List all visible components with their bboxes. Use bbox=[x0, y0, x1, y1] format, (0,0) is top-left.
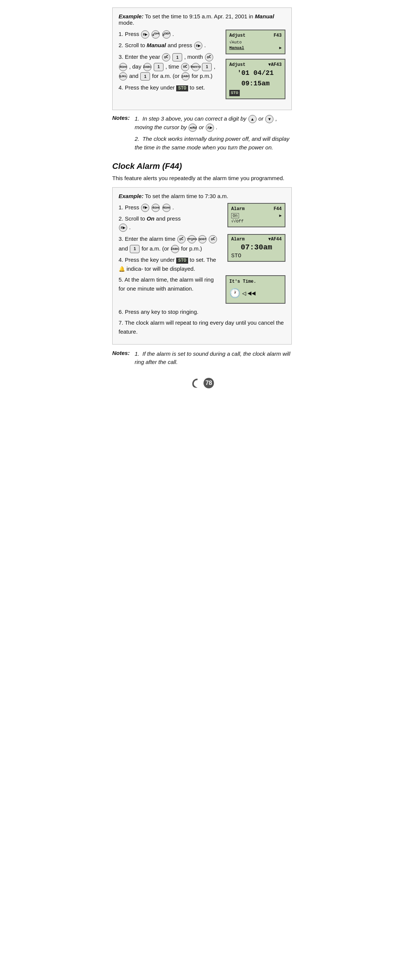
step3-text: 3. Enter the year bbox=[119, 54, 162, 60]
lcd1-row2: Manual ▶ bbox=[229, 45, 282, 51]
lcd2-sto: STO bbox=[229, 89, 282, 96]
alarm-btn-4ghi-2: 4GHI bbox=[162, 204, 171, 212]
play-icons: ◁ bbox=[242, 289, 246, 299]
alarm-lcd2-wrapper: Alarm ▼AF44 07:30am STO bbox=[224, 234, 285, 264]
lcd2-header-right: ▼AF43 bbox=[268, 62, 282, 68]
alarm-lcd1-row1: On ▶ bbox=[231, 213, 282, 219]
step3-comma1: , month bbox=[184, 54, 204, 60]
step1-num: 1. Press bbox=[119, 31, 141, 37]
btn-down: ▼ bbox=[265, 115, 273, 123]
note1-item2: 2. The clock works internally during pow… bbox=[135, 135, 292, 152]
alarm-lcd1-arrow: ▶ bbox=[279, 213, 282, 219]
alarm-step2-dot: . bbox=[129, 224, 131, 230]
alarm-btn-1: 1 bbox=[130, 245, 139, 253]
btn-f3: F▶ bbox=[206, 124, 214, 132]
btn-2abc-1: 2ABC bbox=[143, 63, 152, 71]
sto-badge1: STO bbox=[176, 85, 188, 91]
alarm-lcd2-time: 07:30am bbox=[231, 243, 282, 251]
alarm-step3-pm: for p.m.) bbox=[181, 245, 202, 251]
step3-comma4: , bbox=[214, 63, 215, 70]
notes2-content: 1. If the alarm is set to sound during a… bbox=[135, 350, 292, 370]
btn-f2: F▶ bbox=[194, 41, 202, 50]
alarm-step3-and: and bbox=[119, 245, 128, 251]
alarm-lcd2-sto: STO bbox=[231, 253, 282, 259]
alarm-step1-dot: . bbox=[173, 204, 174, 210]
page-number: 78 bbox=[203, 378, 214, 388]
step4-text2: to set. bbox=[190, 84, 205, 91]
lcd2-header: Adjust ▼AF43 bbox=[229, 62, 282, 68]
lcd2-line2: 09:15am bbox=[229, 79, 282, 88]
lcd1-header-left: Adjust bbox=[229, 33, 246, 39]
step3-comma3: , time bbox=[165, 63, 181, 70]
btn-rd: ◄Rd bbox=[189, 124, 197, 132]
step3-pm: for p.m.) bbox=[192, 73, 212, 79]
example1-box: Example: To set the time to 9:15 a.m. Ap… bbox=[112, 8, 292, 110]
alarm-step7: 7. The clock alarm will repeat to ring e… bbox=[119, 318, 285, 336]
alarm-steps-container: Alarm F44 On ▶ √√Off 1. Press F▶ 4GHI bbox=[119, 203, 285, 338]
alarm-btn-3def: 3DEF bbox=[198, 235, 206, 243]
alarm-lcd2-hr: ▼AF44 bbox=[268, 237, 282, 242]
alarm-example-box: Example: To set the alarm time to 7:30 a… bbox=[112, 187, 292, 345]
lcd2-wrapper: Adjust ▼AF43 '01 04/21 09:15am STO bbox=[222, 59, 285, 103]
alarm-step1-text: 1. Press bbox=[119, 204, 141, 210]
btn-1c: 1 bbox=[202, 63, 212, 71]
note1-item1: 1. In step 3 above, you can correct a di… bbox=[135, 115, 292, 132]
btn-1a: 1 bbox=[173, 53, 182, 61]
btn-up: ▲ bbox=[249, 115, 257, 123]
alarm-btn-2abc: 2ABC bbox=[171, 245, 179, 253]
alarm-example-title: Example: To set the alarm time to 7:30 a… bbox=[119, 193, 285, 199]
alarm-lcd2: Alarm ▼AF44 07:30am STO bbox=[227, 234, 285, 262]
page-number-container: 78 bbox=[112, 377, 292, 389]
alarm-btn-0c-2: 0C̃ bbox=[209, 235, 217, 243]
step2-text: 2. Scroll to Manual and press bbox=[119, 42, 194, 48]
alarm-step3-text: 3. Enter the alarm time bbox=[119, 235, 177, 242]
lcd1-header-right: F43 bbox=[273, 33, 282, 39]
btn-4ghi-2: 4GHI bbox=[119, 63, 127, 71]
clock-alarm-heading: Clock Alarm (F44) bbox=[112, 161, 292, 171]
alarm-step4-text2: to set. The bbox=[190, 256, 216, 263]
btn-2abc-2: 2ABC bbox=[181, 72, 190, 81]
step2-dot: . bbox=[204, 42, 206, 48]
alarm-step7-text: 7. The clock alarm will repeat to ring e… bbox=[119, 320, 284, 334]
lcd1-header: Adjust F43 bbox=[229, 33, 282, 39]
lcd1-wrapper: Adjust F43 √Auto Manual ▶ bbox=[222, 30, 285, 57]
bell-icon: 🔔 bbox=[119, 266, 125, 272]
alarm-lcd1-row2: √√Off bbox=[231, 219, 282, 224]
alarm-step5-text: 5. At the alarm time, the alarm will rin… bbox=[119, 276, 214, 291]
rewind-icons: ◄◄ bbox=[248, 289, 256, 299]
btn-4ghi: 4GHI bbox=[152, 30, 160, 38]
btn-0c-3: 0C̃ bbox=[181, 63, 189, 71]
alarm-btn-f1: F▶ bbox=[141, 204, 149, 212]
its-time-title: It's Time. bbox=[229, 278, 282, 285]
mode-label: Manual bbox=[255, 13, 274, 19]
btn-5jkl: 5JKL bbox=[119, 72, 127, 81]
alarm-btn-0c-1: 0C̃ bbox=[177, 235, 185, 243]
notes1-section: Notes: 1. In step 3 above, you can corre… bbox=[112, 115, 292, 155]
its-time-lcd: It's Time. 🕐 ◁ ◄◄ bbox=[226, 275, 285, 304]
alarm-lcd1-header: Alarm F44 bbox=[231, 206, 282, 212]
alarm-step5: It's Time. 🕐 ◁ ◄◄ 5. At the alarm time, … bbox=[119, 275, 285, 305]
step4-text: 4. Press the key under bbox=[119, 84, 176, 91]
alarm-step3-for: for a.m. (or bbox=[141, 245, 171, 251]
alarm-step4-text: 4. Press the key under bbox=[119, 256, 176, 263]
alarm-btn-4ghi-1: 4GHI bbox=[152, 204, 160, 212]
notes2-label: Notes: bbox=[112, 350, 131, 356]
step3-and: and bbox=[129, 73, 140, 79]
lcd2-header-left: Adjust bbox=[229, 62, 246, 68]
sto-badge2: STO bbox=[176, 258, 188, 264]
its-time-icons: 🕐 ◁ ◄◄ bbox=[229, 287, 282, 301]
lcd1-body: √Auto Manual ▶ bbox=[229, 40, 282, 51]
lcd2-line1: '01 04/21 bbox=[229, 68, 282, 78]
alarm-step2-text: 2. Scroll to On and press bbox=[119, 215, 181, 222]
btn-f1: F▶ bbox=[141, 30, 149, 38]
lcd1-manual: Manual bbox=[229, 46, 244, 50]
btn-1b: 1 bbox=[154, 63, 163, 71]
on-box: On bbox=[231, 213, 239, 218]
alarm-example-subtitle: To set the alarm time to 7:30 a.m. bbox=[145, 193, 228, 199]
alarm-lcd2-header: Alarm ▼AF44 bbox=[231, 237, 282, 242]
its-time-wrapper: It's Time. 🕐 ◁ ◄◄ bbox=[226, 275, 285, 304]
step3-am: for a.m. (or bbox=[152, 73, 181, 79]
lcd1-row1: √Auto bbox=[229, 40, 282, 45]
btn-1d: 1 bbox=[140, 72, 150, 81]
alarm-example-label: Example: bbox=[119, 193, 144, 199]
